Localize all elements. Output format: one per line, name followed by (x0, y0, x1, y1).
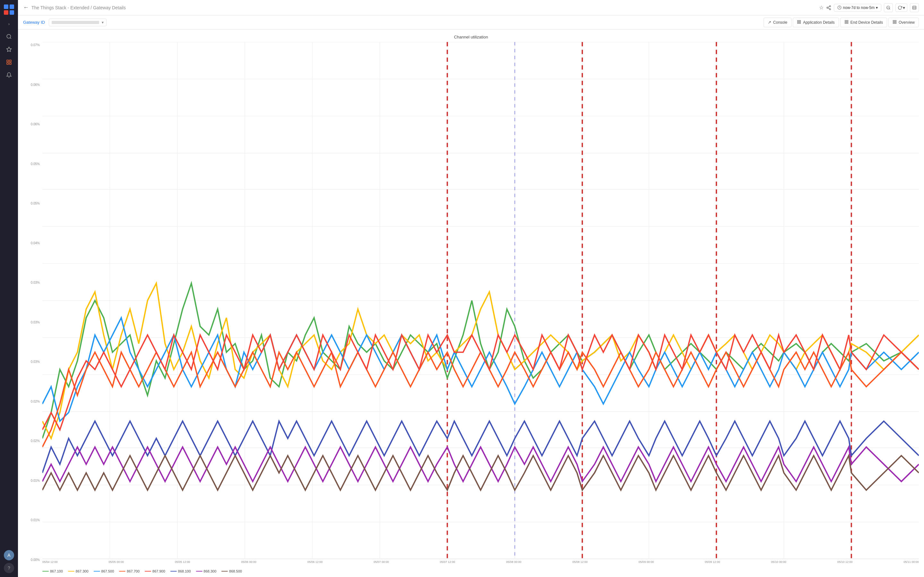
svg-rect-23 (798, 20, 799, 21)
y-tick: 0.05% (23, 162, 42, 166)
legend-line-867300 (68, 571, 74, 572)
time-range-selector[interactable]: now-7d to now-5m ▾ (834, 4, 881, 11)
share-icon[interactable] (826, 5, 831, 11)
gateway-id-label: Gateway ID (23, 20, 45, 25)
svg-line-5 (10, 37, 11, 39)
gateway-id-dropdown[interactable]: ▾ (49, 19, 107, 26)
refresh-dropdown-icon: ▾ (903, 5, 905, 10)
sidebar-bottom: A ? (4, 550, 14, 573)
panel-button[interactable] (910, 3, 919, 12)
sidebar: › A ? (0, 0, 18, 577)
tab-overview[interactable]: Overview (888, 18, 919, 27)
legend-label-868300: 868.300 (204, 569, 216, 573)
svg-rect-2 (4, 10, 8, 15)
y-tick: 0.02% (23, 439, 42, 443)
user-avatar[interactable]: A (4, 550, 14, 560)
svg-rect-3 (10, 10, 14, 15)
x-tick: 05/10 12:00 (837, 560, 853, 568)
y-tick: 0.07% (23, 43, 42, 47)
application-details-icon (797, 20, 801, 25)
y-tick: 0.03% (23, 321, 42, 324)
svg-rect-0 (4, 5, 8, 9)
topbar-right: now-7d to now-5m ▾ ▾ (834, 3, 919, 12)
svg-rect-7 (7, 60, 8, 61)
sidebar-item-search[interactable] (3, 31, 15, 42)
sidebar-item-favorites[interactable] (3, 44, 15, 55)
sidebar-item-dashboard[interactable] (3, 56, 15, 68)
y-tick: 0.02% (23, 400, 42, 403)
legend-item-867500: 867.500 (94, 569, 114, 573)
app-name-label: The Things Stack - Extended (31, 5, 89, 10)
legend-line-867900 (145, 571, 151, 572)
chart-svg-container (42, 42, 919, 559)
gateway-dropdown-chevron: ▾ (102, 20, 103, 25)
svg-rect-9 (7, 63, 8, 64)
legend-line-867700 (119, 571, 126, 572)
legend-line-867100 (42, 571, 49, 572)
y-tick: 0.01% (23, 518, 42, 522)
legend-label-867700: 867.700 (127, 569, 140, 573)
legend-item-867100: 867.100 (42, 569, 63, 573)
tab-overview-label: Overview (899, 20, 915, 25)
legend-label-868500: 868.500 (229, 569, 242, 573)
legend-label-867500: 867.500 (102, 569, 114, 573)
x-tick: 05/08 12:00 (572, 560, 588, 568)
svg-point-4 (7, 34, 11, 38)
y-tick: 0.06% (23, 83, 42, 87)
back-button[interactable]: ← (23, 4, 29, 11)
svg-rect-33 (893, 22, 895, 23)
svg-rect-8 (10, 60, 11, 61)
legend-label-867300: 867.300 (76, 569, 89, 573)
svg-line-14 (828, 8, 830, 9)
svg-point-13 (829, 8, 830, 10)
tab-console[interactable]: ↗ Console (764, 18, 792, 27)
svg-marker-6 (7, 47, 11, 52)
svg-rect-29 (845, 22, 846, 23)
topbar-icons: ☆ (819, 5, 831, 11)
x-tick: 05/07 00:00 (373, 560, 389, 568)
page-name-label: Gateway Details (93, 5, 126, 10)
gateway-id-value (52, 21, 99, 24)
subbar: Gateway ID ▾ ↗ Console Application Detai… (18, 15, 924, 29)
legend-item-867900: 867.900 (145, 569, 165, 573)
sidebar-collapse-button[interactable]: › (3, 19, 15, 28)
x-tick: 05/10 00:00 (771, 560, 787, 568)
tab-application-details[interactable]: Application Details (793, 18, 839, 27)
svg-rect-10 (10, 63, 11, 64)
svg-rect-20 (913, 6, 916, 9)
x-tick: 05/08 00:00 (506, 560, 521, 568)
svg-rect-1 (10, 5, 14, 9)
end-device-details-icon (845, 20, 849, 25)
help-button[interactable]: ? (4, 563, 14, 573)
legend-line-868500 (221, 571, 228, 572)
page-title: The Things Stack - Extended / Gateway De… (31, 5, 817, 10)
sidebar-item-alerts[interactable] (3, 69, 15, 81)
y-tick: 0.06% (23, 122, 42, 126)
x-tick: 05/09 00:00 (638, 560, 654, 568)
legend-label-867900: 867.900 (152, 569, 165, 573)
main-content: ← The Things Stack - Extended / Gateway … (18, 0, 924, 577)
zoom-out-button[interactable] (884, 3, 893, 12)
tab-end-device-details[interactable]: End Device Details (840, 18, 887, 27)
svg-rect-25 (798, 22, 799, 23)
svg-rect-32 (895, 20, 897, 21)
y-tick: 0.03% (23, 281, 42, 284)
y-tick: 0.04% (23, 242, 42, 245)
star-icon[interactable]: ☆ (819, 5, 824, 11)
legend-item-868300: 868.300 (196, 569, 216, 573)
chart-legend: 867.100 867.300 867.500 867.700 867.900 … (23, 568, 919, 574)
svg-point-11 (829, 5, 830, 7)
svg-line-18 (889, 8, 890, 9)
x-tick: 05/05 12:00 (175, 560, 190, 568)
tab-application-details-label: Application Details (803, 20, 835, 25)
chart-container: 0.07% 0.06% 0.06% 0.05% 0.05% 0.04% 0.03… (23, 42, 919, 568)
svg-rect-26 (799, 22, 800, 23)
refresh-button[interactable]: ▾ (895, 3, 907, 12)
overview-icon (893, 20, 897, 25)
legend-label-867100: 867.100 (50, 569, 63, 573)
x-tick: 05/05 00:00 (108, 560, 124, 568)
x-axis: 05/04 12:00 05/05 00:00 05/05 12:00 05/0… (42, 559, 919, 568)
svg-point-12 (827, 7, 828, 8)
x-tick: 05/06 12:00 (307, 560, 323, 568)
legend-line-867500 (94, 571, 100, 572)
